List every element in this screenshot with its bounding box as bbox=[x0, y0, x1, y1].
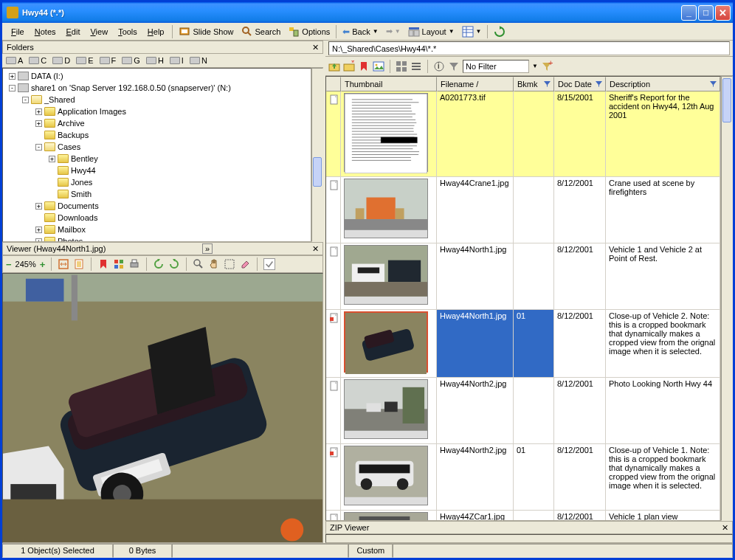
menu-edit[interactable]: Edit bbox=[61, 26, 86, 38]
thumbnail[interactable] bbox=[344, 93, 428, 172]
slideshow-button[interactable]: Slide Show bbox=[175, 24, 237, 39]
up-folder-icon[interactable] bbox=[328, 61, 340, 72]
zoom-tool-icon[interactable] bbox=[193, 258, 204, 270]
tree-node[interactable]: Jones bbox=[4, 176, 309, 188]
tree-node[interactable]: +Documents bbox=[4, 200, 309, 212]
drive-button-a[interactable]: A bbox=[6, 56, 23, 65]
file-grid[interactable]: Thumbnail Filename / Bkmk Doc Date Descr… bbox=[325, 76, 721, 521]
funnel-icon[interactable] bbox=[448, 61, 460, 72]
menu-notes[interactable]: Notes bbox=[30, 26, 61, 38]
drive-button-n[interactable]: N bbox=[190, 56, 207, 65]
thumbnail[interactable] bbox=[344, 311, 428, 373]
table-row[interactable]: Hway44North2.jpg018/12/2001Close-up of V… bbox=[326, 444, 720, 511]
table-row[interactable]: Hway44North2.jpg8/12/2001Photo Looking N… bbox=[326, 378, 720, 444]
refresh-button[interactable] bbox=[490, 24, 509, 39]
new-folder-icon[interactable]: * bbox=[343, 61, 355, 72]
col-filename[interactable]: Filename / bbox=[437, 77, 514, 91]
tree-toggle-icon[interactable]: + bbox=[35, 120, 42, 127]
options-button[interactable]: Options bbox=[284, 24, 334, 39]
menu-help[interactable]: Help bbox=[142, 26, 170, 38]
thumbnail[interactable] bbox=[344, 245, 428, 305]
bookmark-icon[interactable] bbox=[97, 258, 109, 270]
tree-node[interactable]: +Archive bbox=[4, 117, 309, 129]
tree-node[interactable]: Backups bbox=[4, 129, 309, 141]
tree-node[interactable]: +DATA (I:) bbox=[4, 70, 309, 82]
select-tool-icon[interactable] bbox=[224, 258, 235, 270]
check-icon[interactable] bbox=[263, 258, 275, 270]
thumbnail[interactable] bbox=[344, 179, 428, 238]
tree-node[interactable]: +Bentley bbox=[4, 153, 309, 165]
drive-button-h[interactable]: H bbox=[146, 56, 164, 65]
tree-node[interactable]: -_Shared bbox=[4, 94, 309, 106]
tree-toggle-icon[interactable]: + bbox=[35, 227, 42, 233]
tree-toggle-icon[interactable]: - bbox=[35, 144, 42, 151]
thumbnail[interactable] bbox=[344, 512, 428, 521]
list-icon[interactable] bbox=[410, 61, 422, 72]
col-docdate[interactable]: Doc Date bbox=[554, 77, 606, 91]
filter-icon[interactable] bbox=[544, 81, 551, 87]
drive-button-e[interactable]: E bbox=[76, 56, 93, 65]
zoom-out-button[interactable]: − bbox=[6, 259, 12, 270]
table-row[interactable]: Hway44ZCar1.jpg8/12/2001Vehicle 1 plan v… bbox=[326, 511, 720, 521]
tree-node[interactable]: Smith bbox=[4, 188, 309, 200]
drive-button-f[interactable]: F bbox=[100, 56, 117, 65]
tree-node[interactable]: Hwy44 bbox=[4, 165, 309, 176]
filter-icon[interactable] bbox=[596, 81, 602, 87]
col-bkmk[interactable]: Bkmk bbox=[514, 77, 554, 91]
menu-tools[interactable]: Tools bbox=[113, 26, 142, 38]
back-button[interactable]: ⬅ Back ▼ bbox=[339, 25, 382, 38]
thumbnail[interactable] bbox=[344, 446, 428, 505]
minimize-button[interactable]: _ bbox=[681, 5, 697, 21]
filter-select[interactable] bbox=[463, 60, 529, 73]
h-scrollbar[interactable] bbox=[325, 534, 733, 543]
thumbnail[interactable] bbox=[344, 379, 428, 439]
tree-node[interactable]: -share1 on 'Snap Server 192.168.0.50 (sn… bbox=[4, 82, 309, 94]
rotate-left-icon[interactable] bbox=[153, 258, 165, 270]
layout-button[interactable]: Layout ▼ bbox=[404, 24, 458, 39]
tree-node[interactable]: +Mailbox bbox=[4, 224, 309, 235]
clear-filter-icon[interactable]: + bbox=[541, 61, 553, 72]
viewer-expand-icon[interactable]: » bbox=[202, 243, 213, 254]
tree-node[interactable]: +Application Images bbox=[4, 106, 309, 117]
grid-scrollbar[interactable] bbox=[721, 76, 733, 521]
table-row[interactable]: A0201773.tif8/15/2001Sheriff's Report fo… bbox=[326, 91, 720, 177]
zip-close-icon[interactable]: ✕ bbox=[722, 523, 728, 532]
tree-node[interactable]: -Cases bbox=[4, 141, 309, 153]
bookmark-filter-icon[interactable] bbox=[358, 61, 370, 72]
drive-button-g[interactable]: G bbox=[122, 56, 140, 65]
tree-node[interactable]: Downloads bbox=[4, 212, 309, 224]
fit-page-icon[interactable] bbox=[73, 258, 85, 270]
drive-button-d[interactable]: D bbox=[52, 56, 70, 65]
path-input[interactable] bbox=[328, 41, 730, 55]
windows-icon[interactable] bbox=[113, 258, 125, 270]
table-row[interactable]: Hway44Crane1.jpg8/12/2001Crane used at s… bbox=[326, 177, 720, 243]
properties-icon[interactable]: i bbox=[433, 61, 445, 72]
erase-tool-icon[interactable] bbox=[239, 258, 251, 270]
drive-button-c[interactable]: C bbox=[29, 56, 46, 65]
col-description[interactable]: Description bbox=[606, 77, 720, 91]
viewer-close-icon[interactable]: ✕ bbox=[312, 244, 319, 254]
table-row[interactable]: Hway44North1.jpg8/12/2001Vehicle 1 and V… bbox=[326, 243, 720, 310]
viewer-image[interactable] bbox=[2, 273, 323, 543]
tree-toggle-icon[interactable]: - bbox=[22, 97, 29, 103]
menu-file[interactable]: File bbox=[6, 26, 30, 38]
rotate-right-icon[interactable] bbox=[168, 258, 180, 270]
tree-toggle-icon[interactable]: + bbox=[35, 203, 42, 210]
folder-tree[interactable]: +DATA (I:)-share1 on 'Snap Server 192.16… bbox=[2, 68, 311, 242]
filter-icon[interactable] bbox=[710, 81, 717, 87]
tree-node[interactable]: +Photos bbox=[4, 235, 309, 242]
zoom-in-button[interactable]: + bbox=[40, 259, 46, 270]
forward-button[interactable]: ➡ ▼ bbox=[382, 25, 404, 38]
tree-toggle-icon[interactable]: + bbox=[35, 108, 42, 115]
search-button[interactable]: Search bbox=[238, 24, 285, 39]
tree-toggle-icon[interactable]: + bbox=[9, 73, 15, 80]
folders-close-icon[interactable]: ✕ bbox=[312, 43, 319, 52]
pan-tool-icon[interactable] bbox=[208, 258, 220, 270]
maximize-button[interactable]: □ bbox=[698, 5, 714, 21]
table-row[interactable]: Hway44North1.jpg018/12/2001Close-up of V… bbox=[326, 310, 720, 378]
col-thumbnail[interactable]: Thumbnail bbox=[341, 77, 437, 91]
print-icon[interactable] bbox=[128, 258, 140, 270]
image-icon[interactable] bbox=[373, 61, 384, 72]
drive-button-i[interactable]: I bbox=[170, 56, 184, 65]
tree-toggle-icon[interactable]: - bbox=[9, 85, 15, 91]
